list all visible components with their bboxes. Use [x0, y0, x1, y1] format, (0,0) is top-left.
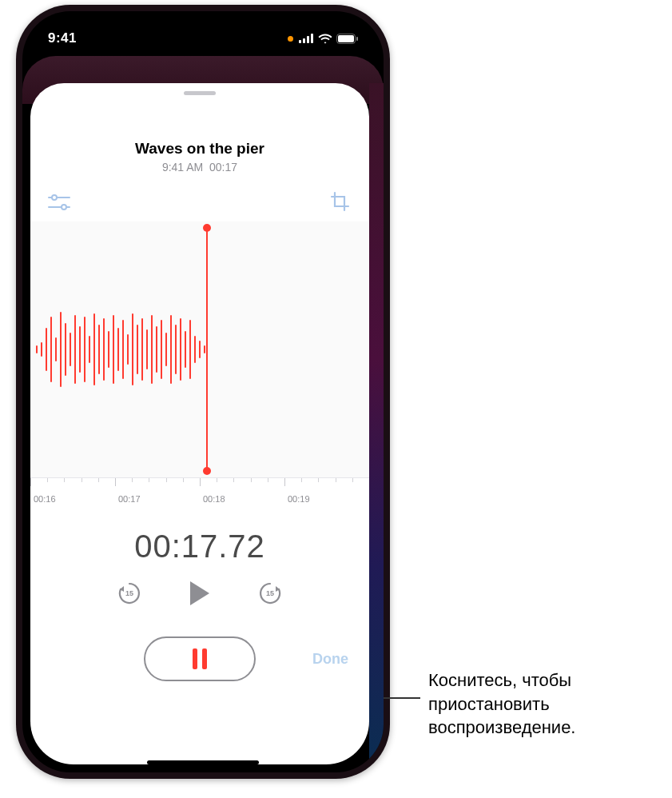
skip-back-button[interactable]: 15 [115, 579, 144, 608]
phone-screen: 9:41 Waves on the pier 9:41 AM 00:17 [22, 11, 384, 772]
elapsed-time: 00:17.72 [134, 529, 265, 565]
play-button[interactable] [184, 577, 216, 609]
skip-forward-seconds: 15 [266, 589, 274, 597]
recording-subtitle: 9:41 AM 00:17 [162, 161, 237, 174]
ruler-tick-label: 00:17 [118, 494, 141, 504]
time-ruler[interactable]: 00:16 00:17 00:18 00:19 [30, 477, 369, 511]
cellular-icon [299, 34, 314, 43]
svg-rect-48 [202, 648, 207, 669]
wifi-icon [318, 34, 332, 44]
recording-title: Waves on the pier [135, 140, 264, 158]
svg-rect-47 [193, 648, 197, 669]
svg-rect-6 [356, 37, 358, 41]
phone-device-frame: 9:41 Waves on the pier 9:41 AM 00:17 [16, 5, 390, 779]
bottom-controls: Done [30, 636, 369, 681]
playhead-indicator[interactable] [206, 228, 208, 471]
svg-rect-2 [307, 36, 309, 43]
pause-icon [191, 648, 209, 669]
svg-point-8 [52, 195, 57, 200]
ruler-tick-label: 00:19 [288, 494, 310, 504]
svg-rect-0 [299, 40, 301, 43]
crop-button[interactable] [326, 191, 355, 213]
svg-rect-3 [311, 34, 313, 43]
dynamic-island [152, 22, 254, 53]
behind-sheet-gradient [369, 83, 384, 772]
skip-forward-button[interactable]: 15 [256, 579, 284, 608]
svg-rect-5 [338, 35, 354, 42]
status-time: 9:41 [48, 30, 77, 46]
svg-rect-1 [303, 38, 305, 43]
mic-active-dot-icon [288, 36, 293, 42]
recording-sheet: Waves on the pier 9:41 AM 00:17 [30, 83, 369, 764]
svg-point-10 [62, 205, 66, 209]
status-icons [288, 34, 358, 44]
crop-icon [329, 191, 352, 213]
callout-text: Коснитесь, чтобы приостановить воспроизв… [428, 668, 668, 740]
settings-sliders-icon [47, 194, 71, 211]
waveform-icon [30, 221, 369, 477]
edit-toolbar [30, 191, 369, 213]
sheet-grabber[interactable] [184, 91, 216, 95]
ruler-tick-label: 00:18 [203, 494, 225, 504]
play-icon [188, 580, 212, 607]
done-button[interactable]: Done [312, 651, 348, 668]
pause-button[interactable] [144, 636, 256, 681]
home-indicator[interactable] [147, 760, 259, 764]
waveform-display[interactable] [30, 221, 369, 477]
skip-back-seconds: 15 [125, 589, 133, 597]
playback-controls: 15 15 [115, 577, 284, 609]
recording-duration: 00:17 [209, 161, 237, 174]
battery-icon [336, 34, 358, 44]
ruler-tick-label: 00:16 [34, 494, 56, 504]
recording-time-label: 9:41 AM [162, 161, 203, 174]
settings-button[interactable] [45, 191, 74, 213]
